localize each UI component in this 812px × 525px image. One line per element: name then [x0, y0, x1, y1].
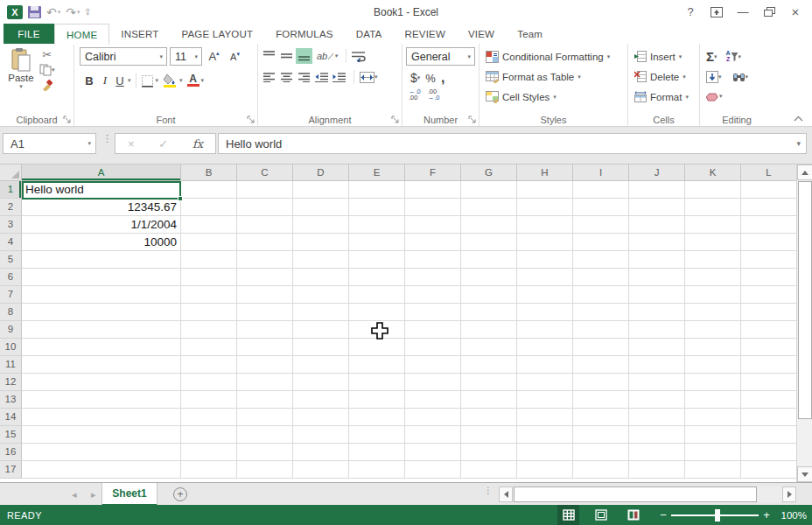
grid-cell-I8[interactable] [573, 304, 629, 321]
grid-cell-H17[interactable] [517, 461, 573, 479]
grid-cell-I17[interactable] [573, 461, 629, 479]
tab-insert[interactable]: INSERT [109, 24, 170, 44]
font-size-combo[interactable]: 11▾ [170, 47, 202, 66]
grid-cell-B16[interactable] [181, 444, 237, 461]
increase-decimal-button[interactable]: ←.0.00 [409, 88, 421, 101]
grid-cell-L15[interactable] [741, 426, 797, 444]
tab-team[interactable]: Team [506, 24, 554, 44]
grid-cell-I14[interactable] [573, 409, 629, 426]
grid-cell-A11[interactable] [22, 356, 181, 374]
increase-font-size-button[interactable]: A▴ [205, 47, 223, 66]
row-header-2[interactable]: 2 [0, 199, 22, 216]
underline-dropdown-icon[interactable]: ▾ [128, 77, 131, 84]
underline-button[interactable]: U [114, 74, 126, 88]
grid-cell-F17[interactable] [405, 461, 461, 479]
grid-cell-C4[interactable] [237, 234, 293, 251]
grid-cell-A15[interactable] [22, 426, 181, 444]
grid-cell-J5[interactable] [629, 251, 685, 269]
grid-cell-H2[interactable] [517, 199, 573, 216]
grid-cell-J13[interactable] [629, 391, 685, 409]
grid-cell-I9[interactable] [573, 321, 629, 339]
grid-cell-A8[interactable] [22, 304, 181, 321]
grid-cell-C16[interactable] [237, 444, 293, 461]
grid-cell-D17[interactable] [293, 461, 349, 479]
grid-cell-L4[interactable] [741, 234, 797, 251]
normal-view-button[interactable] [557, 505, 579, 525]
column-header-F[interactable]: F [405, 164, 461, 181]
cancel-button[interactable]: × [128, 137, 135, 150]
grid-cell-H8[interactable] [517, 304, 573, 321]
grid-cell-J14[interactable] [629, 409, 685, 426]
page-layout-view-button[interactable] [590, 505, 612, 525]
grid-cell-C12[interactable] [237, 374, 293, 391]
grid-cell-D7[interactable] [293, 286, 349, 304]
grid-cell-I13[interactable] [573, 391, 629, 409]
grid-cell-J16[interactable] [629, 444, 685, 461]
grid-cell-B1[interactable] [181, 181, 237, 199]
fill-button[interactable]: ▾ [706, 71, 722, 83]
row-header-13[interactable]: 13 [0, 391, 22, 409]
grid-cell-I16[interactable] [573, 444, 629, 461]
grid-cell-B14[interactable] [181, 409, 237, 426]
row-header-5[interactable]: 5 [0, 251, 22, 269]
grid-cell-L11[interactable] [741, 356, 797, 374]
grid-cell-I7[interactable] [573, 286, 629, 304]
tab-page-layout[interactable]: PAGE LAYOUT [170, 24, 264, 44]
grid-cell-I11[interactable] [573, 356, 629, 374]
fill-color-dropdown-icon[interactable]: ▾ [179, 77, 183, 84]
top-align-button[interactable] [261, 48, 277, 64]
grid-cell-I12[interactable] [573, 374, 629, 391]
horizontal-scroll-thumb[interactable] [514, 486, 757, 502]
grid-cell-H1[interactable] [517, 181, 573, 199]
grid-cell-J12[interactable] [629, 374, 685, 391]
grid-cell-A13[interactable] [22, 391, 181, 409]
grid-cell-D13[interactable] [293, 391, 349, 409]
grid-cell-G17[interactable] [461, 461, 517, 479]
grid-cell-G11[interactable] [461, 356, 517, 374]
italic-button[interactable]: I [98, 74, 112, 88]
grid-cell-J15[interactable] [629, 426, 685, 444]
grid-cell-J6[interactable] [629, 269, 685, 286]
expand-formula-bar-icon[interactable]: ▾ [796, 139, 801, 148]
grid-cell-H7[interactable] [517, 286, 573, 304]
grid-cell-H12[interactable] [517, 374, 573, 391]
accounting-format-button[interactable]: $▾ [410, 71, 420, 85]
middle-align-button[interactable] [278, 48, 295, 64]
grid-cell-C10[interactable] [237, 339, 293, 356]
grid-cell-G10[interactable] [461, 339, 517, 356]
grid-cell-D4[interactable] [293, 234, 349, 251]
grid-cell-A12[interactable] [22, 374, 181, 391]
grid-cell-G7[interactable] [461, 286, 517, 304]
tab-file[interactable]: FILE [4, 24, 54, 44]
insert-cells-button[interactable]: Insert ▾ [631, 46, 697, 66]
grid-cell-E13[interactable] [349, 391, 405, 409]
alignment-dialog-launcher[interactable] [391, 116, 399, 123]
row-header-9[interactable]: 9 [0, 321, 22, 339]
grid-cell-E5[interactable] [349, 251, 405, 269]
row-header-4[interactable]: 4 [0, 234, 22, 251]
column-header-L[interactable]: L [741, 164, 797, 181]
grid-cell-K13[interactable] [685, 391, 741, 409]
grid-cell-A6[interactable] [22, 269, 181, 286]
grid-cell-J4[interactable] [629, 234, 685, 251]
grid-cell-H16[interactable] [517, 444, 573, 461]
grid-cell-D6[interactable] [293, 269, 349, 286]
grid-cell-I1[interactable] [573, 181, 629, 199]
zoom-in-button[interactable]: + [761, 508, 772, 522]
grid-cell-L16[interactable] [741, 444, 797, 461]
grid-cell-K11[interactable] [685, 356, 741, 374]
zoom-slider-track[interactable] [671, 514, 759, 516]
vertical-scrollbar[interactable] [796, 164, 812, 482]
grid-cell-I10[interactable] [573, 339, 629, 356]
grid-cell-H14[interactable] [517, 409, 573, 426]
cell-styles-button[interactable]: Cell Styles ▾ [482, 87, 626, 107]
find-select-button[interactable]: ▾ [732, 72, 749, 82]
grid-cell-F11[interactable] [405, 356, 461, 374]
excel-logo-icon[interactable]: X [7, 5, 23, 19]
row-header-3[interactable]: 3 [0, 216, 22, 234]
copy-dropdown-icon[interactable]: ▾ [52, 66, 55, 74]
column-header-I[interactable]: I [573, 164, 629, 181]
grid-cell-C14[interactable] [237, 409, 293, 426]
font-dialog-launcher[interactable] [247, 116, 255, 123]
grid-cell-I6[interactable] [573, 269, 629, 286]
